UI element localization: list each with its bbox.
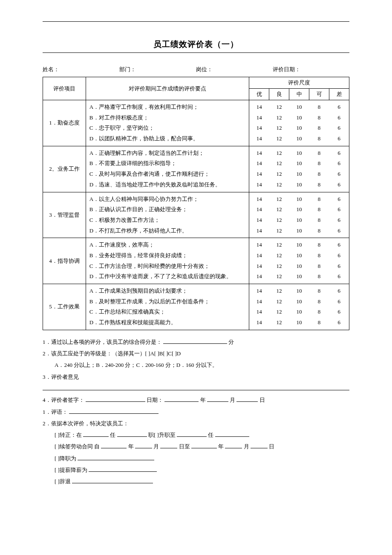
section-name: 1．勤奋态度 [43, 100, 86, 146]
score-cell[interactable]: 14141414 [249, 100, 269, 146]
score-cell[interactable]: 12121212 [269, 192, 289, 238]
blank-d2-6[interactable] [251, 448, 268, 448]
blank-comment[interactable] [69, 413, 159, 414]
note-2: 2．该员工应处于的等级是：（选择其一）[ ]A[ ]B[ ]C[ ]D [43, 348, 349, 359]
score-cell[interactable]: 8888 [309, 100, 329, 146]
score-cell[interactable]: 6666 [329, 146, 349, 192]
page-title: 员工绩效评价表（一） [43, 39, 349, 50]
blank-d2-5[interactable] [225, 448, 242, 448]
section-criteria: A．工作成果达到预期目的或计划要求；B．及时整理工作成果，为以后的工作创造条件；… [86, 284, 249, 330]
score-cell[interactable]: 10101010 [289, 146, 309, 192]
label-date: 评价日期： [273, 66, 349, 73]
evaluation-table: 评价项目 对评价期间工作成绩的评价要点 评价尺度 优 良 中 可 差 1．勤奋态… [43, 77, 349, 330]
th-level-1: 良 [269, 89, 289, 100]
notes-section: 1．通过以上各项的评分，该员工的综合得分是： 分 2．该员工应处于的等级是：（选… [43, 336, 349, 488]
score-cell[interactable]: 6666 [329, 238, 349, 284]
score-cell[interactable]: 6666 [329, 284, 349, 330]
th-level-3: 可 [309, 89, 329, 100]
section-criteria: A．正确理解工作内容，制定适当的工作计划；B．不需要上级详细的指示和指导；C．及… [86, 146, 249, 192]
decision-4: [ ]提薪降薪为 [43, 464, 349, 476]
section-name: 4．指导协调 [43, 238, 86, 284]
score-cell[interactable]: 14141414 [249, 284, 269, 330]
blank-total-score[interactable] [163, 343, 227, 344]
blank-d2-3[interactable] [160, 448, 177, 448]
blank-d2-1[interactable] [101, 448, 127, 448]
blank-year[interactable] [164, 401, 199, 402]
score-cell[interactable]: 12121212 [269, 284, 289, 330]
score-cell[interactable]: 12121212 [269, 100, 289, 146]
blank-d5[interactable] [72, 483, 153, 483]
score-cell[interactable]: 10101010 [289, 100, 309, 146]
blank-day[interactable] [236, 401, 258, 402]
blank-d1-1[interactable] [83, 436, 109, 437]
decision-1: [ ]转正：在 任 职[ ]升职至 任 [43, 429, 349, 441]
score-cell[interactable]: 8888 [309, 192, 329, 238]
score-cell[interactable]: 8888 [309, 238, 329, 284]
th-level-4: 差 [329, 89, 349, 100]
th-level-2: 中 [289, 89, 309, 100]
score-cell[interactable]: 14141414 [249, 238, 269, 284]
blank-month[interactable] [207, 401, 228, 402]
score-cell[interactable]: 12121212 [269, 238, 289, 284]
note-5: 1．评语： [43, 406, 349, 418]
blank-d2-2[interactable] [135, 448, 152, 448]
note-1: 1．通过以上各项的评分，该员工的综合得分是： 分 [43, 336, 349, 348]
th-level-0: 优 [249, 89, 269, 100]
score-cell[interactable]: 12121212 [269, 146, 289, 192]
section-criteria: A．严格遵守工作制度，有效利用工作时间；B．对工作持积极态度；C．忠于职守，坚守… [86, 100, 249, 146]
score-cell[interactable]: 8888 [309, 146, 329, 192]
th-criteria: 对评价期间工作成绩的评价要点 [86, 77, 249, 100]
top-divider [43, 21, 349, 22]
note-4: 4．评价者签字： 日期： 年 月 日 [43, 394, 349, 406]
score-cell[interactable]: 10101010 [289, 238, 309, 284]
blank-d1-2[interactable] [117, 436, 147, 437]
score-cell[interactable]: 14141414 [249, 192, 269, 238]
score-cell[interactable]: 6666 [329, 100, 349, 146]
note-3: 3．评价者意见 [43, 371, 349, 383]
section-name: 5．工作效果 [43, 284, 86, 330]
score-cell[interactable]: 14141414 [249, 146, 269, 192]
score-cell[interactable]: 8888 [309, 284, 329, 330]
label-post: 岗位： [196, 66, 273, 73]
score-cell[interactable]: 6666 [329, 192, 349, 238]
blank-d4[interactable] [89, 471, 157, 472]
section-name: 3．管理监督 [43, 192, 86, 238]
note-6: 2．依据本次评价，特决定该员工： [43, 418, 349, 429]
blank-d1-4[interactable] [215, 436, 249, 437]
section-criteria: A．以主人公精神与同事同心协力努力工作；B．正确认识工作目的，正确处理业务；C．… [86, 192, 249, 238]
score-cell[interactable]: 10101010 [289, 192, 309, 238]
title-underline [43, 52, 349, 53]
blank-opinion[interactable] [43, 390, 349, 390]
decision-3: [ ]降职为 [43, 453, 349, 464]
label-name: 姓名： [43, 66, 119, 73]
decision-5: [ ]辞退 [43, 476, 349, 487]
section-criteria: A．工作速度快，效率高；B．业务处理得当，经常保持良好成绩；C．工作方法合理，时… [86, 238, 249, 284]
form-header-row: 姓名： 部门： 岗位： 评价日期： [43, 66, 349, 73]
blank-d1-3[interactable] [177, 436, 207, 437]
decision-2: [ ]续签劳动合同 自 年 月 日至 年 月 日 [43, 441, 349, 452]
note-2-scale: A．240 分以上；B．240-200 分；C．200-160 分；D．160 … [43, 359, 349, 371]
th-item: 评价项目 [43, 77, 86, 100]
blank-signature[interactable] [86, 401, 145, 402]
blank-d3[interactable] [78, 460, 154, 460]
section-name: 2。业务工作 [43, 146, 86, 192]
th-scale: 评价尺度 [249, 77, 349, 89]
blank-d2-4[interactable] [191, 448, 217, 448]
score-cell[interactable]: 10101010 [289, 284, 309, 330]
label-dept: 部门： [119, 66, 196, 73]
